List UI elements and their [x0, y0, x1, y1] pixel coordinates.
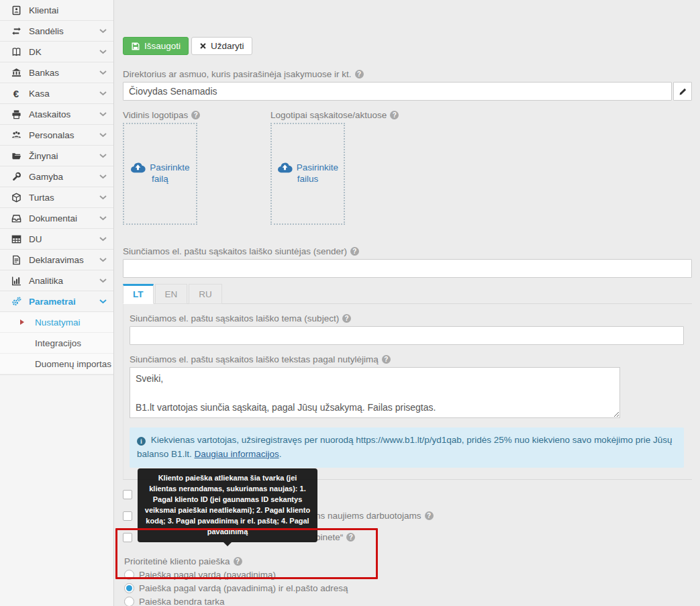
sidebar-item-label: Gamyba: [29, 172, 99, 182]
help-icon[interactable]: ?: [350, 247, 359, 256]
chevron-down-icon: [99, 258, 107, 262]
priority-search-label-row: Prioritetinė kliento paieška ?: [124, 556, 692, 566]
save-button-label: Išsaugoti: [144, 41, 181, 51]
help-icon[interactable]: ?: [346, 533, 355, 542]
tooltip: Kliento paieška atliekama šia tvarka (je…: [138, 468, 317, 542]
director-input[interactable]: [123, 82, 672, 101]
help-icon[interactable]: ?: [425, 511, 434, 520]
help-icon[interactable]: ?: [382, 355, 391, 364]
chevron-down-icon: [99, 299, 107, 304]
checkbox[interactable]: [123, 533, 132, 542]
edit-button[interactable]: [673, 82, 692, 101]
sidebar-item-label: Turtas: [29, 193, 99, 203]
sidebar-item-turtas[interactable]: Turtas: [0, 187, 113, 208]
address-book-icon: [9, 5, 23, 15]
sidebar-item-kasa[interactable]: € Kasa: [0, 83, 113, 104]
sidebar-item-deklaravimas[interactable]: Deklaravimas: [0, 250, 113, 270]
parametrai-submenu: Nustatymai Integracijos Duomenų importas: [0, 312, 113, 375]
chevron-down-icon: [99, 29, 107, 34]
upload-label-line2: failus: [297, 173, 319, 186]
sidebar-item-dk[interactable]: DK: [0, 42, 113, 62]
sidebar-item-label: Personalas: [29, 130, 99, 140]
tooltip-text: Kliento paieška atliekama šia tvarka (je…: [145, 474, 310, 536]
body-label: Siunčiamos el. paštu sąskaitos laiško te…: [130, 354, 379, 364]
sidebar-item-klientai[interactable]: Klientai: [0, 0, 113, 21]
chevron-down-icon: [99, 174, 107, 179]
folder-icon: [9, 151, 23, 161]
book-icon: [9, 47, 23, 57]
director-label-row: Direktorius ar asmuo, kuris pasirašinėja…: [123, 69, 692, 79]
sidebar-item-parametrai[interactable]: Parametrai: [0, 291, 113, 312]
more-info-link[interactable]: Daugiau informacijos: [195, 449, 279, 459]
sidebar-item-label: Klientai: [29, 5, 107, 15]
checkbox-label-fragment: binete“ ?: [315, 532, 355, 542]
toolbar: Išsaugoti Uždaryti: [123, 37, 692, 55]
sidebar-item-label: DK: [29, 47, 99, 57]
director-label: Direktorius ar asmuo, kuris pasirašinėja…: [123, 69, 352, 79]
upload-label-line2: failą: [152, 173, 168, 186]
cube-icon: [9, 193, 23, 203]
submenu-item-label: Integracijos: [35, 338, 81, 348]
euro-icon: €: [9, 89, 23, 99]
submenu-item-integracijos[interactable]: Integracijos: [0, 333, 113, 354]
radio-button[interactable]: [124, 597, 134, 606]
sidebar-item-ataskaitos[interactable]: Ataskaitos: [0, 104, 113, 125]
invoice-logo-label-row: Logotipai sąskaitose/aktuose ?: [270, 110, 399, 120]
tab-lt[interactable]: LT: [123, 284, 154, 304]
sidebar-item-dokumentai[interactable]: Dokumentai: [0, 208, 113, 229]
sidebar-item-label: Žinynai: [29, 151, 99, 161]
chevron-down-icon: [99, 154, 107, 158]
save-button[interactable]: Išsaugoti: [123, 37, 189, 55]
internal-logo-label: Vidinis logotipas: [123, 110, 188, 120]
internal-logo-upload[interactable]: Pasirinkte failą: [123, 123, 197, 225]
help-icon[interactable]: ?: [234, 557, 242, 566]
table-icon: [9, 234, 23, 244]
submenu-item-label: Nustatymai: [35, 317, 81, 327]
subject-label: Siunčiamos el. paštu sąskaitos laiško te…: [130, 313, 339, 323]
checkbox[interactable]: [123, 511, 132, 521]
help-icon[interactable]: ?: [191, 111, 200, 119]
chevron-down-icon: [99, 237, 107, 242]
sidebar-item-analitika[interactable]: Analitika: [0, 270, 113, 291]
radio-label: Paieška bendra tarka: [139, 597, 225, 606]
printer-icon: [9, 109, 23, 119]
checkbox-label: ns naujiems darbuotojams: [315, 511, 421, 521]
radio-button[interactable]: [124, 570, 134, 580]
sidebar-item-gamyba[interactable]: Gamyba: [0, 166, 113, 187]
chevron-down-icon: [99, 195, 107, 200]
checkbox[interactable]: [123, 490, 132, 499]
submenu-item-label: Duomenų importas: [35, 359, 111, 369]
tab-ru[interactable]: RU: [189, 284, 222, 304]
bank-icon: [9, 68, 23, 78]
bar-chart-icon: [9, 276, 23, 286]
tab-en[interactable]: EN: [155, 284, 188, 304]
checkbox-label: binete“: [315, 532, 343, 542]
email-body-textarea[interactable]: Sveiki, B1.lt vartotojas siunčia sąskait…: [130, 367, 620, 418]
language-tabs: LT EN RU: [123, 283, 692, 304]
sidebar-item-label: Analitika: [29, 276, 99, 286]
chevron-down-icon: [99, 70, 107, 75]
close-button[interactable]: Uždaryti: [191, 37, 252, 55]
help-icon[interactable]: ?: [355, 70, 364, 79]
submenu-item-nustatymai[interactable]: Nustatymai: [0, 312, 113, 333]
sidebar-item-zinynai[interactable]: Žinynai: [0, 146, 113, 166]
sidebar-item-label: Ataskaitos: [29, 109, 99, 119]
body-label-row: Siunčiamos el. paštu sąskaitos laiško te…: [130, 354, 684, 364]
sidebar-item-du[interactable]: DU: [0, 229, 113, 250]
sidebar: Klientai Sandėlis DK Bankas € Kasa Atask…: [0, 0, 114, 606]
radio-label: Paieška pagal vardą (pavadinimą): [139, 570, 276, 580]
invoice-logo-upload[interactable]: Pasirinkite failus: [270, 123, 345, 225]
transfer-arrows-icon: [9, 26, 23, 36]
help-icon[interactable]: ?: [342, 314, 351, 323]
sidebar-item-personalas[interactable]: Personalas: [0, 125, 113, 146]
radio-row-1: Paieška pagal vardą (pavadinimą): [124, 570, 692, 580]
close-icon: [199, 42, 207, 50]
subject-input[interactable]: [130, 326, 684, 345]
radio-button-selected[interactable]: [124, 583, 134, 593]
sender-input[interactable]: [123, 259, 692, 278]
sidebar-item-sandelis[interactable]: Sandėlis: [0, 21, 113, 42]
sidebar-item-bankas[interactable]: Bankas: [0, 62, 113, 83]
submenu-item-duomenu-importas[interactable]: Duomenų importas: [0, 354, 113, 374]
referral-info-suffix: .: [279, 449, 282, 459]
help-icon[interactable]: ?: [390, 111, 399, 119]
